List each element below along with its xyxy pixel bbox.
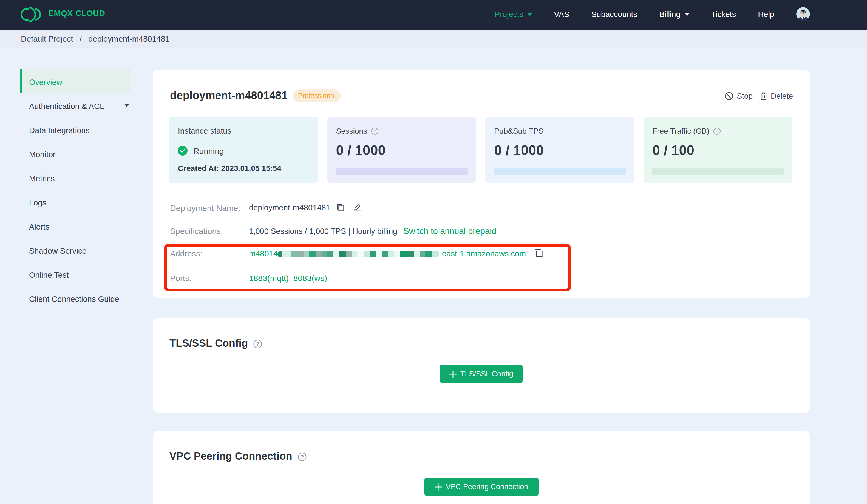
svg-text:?: ? (256, 341, 260, 347)
svg-text:?: ? (300, 453, 304, 460)
svg-text:?: ? (373, 129, 376, 134)
svg-text:?: ? (715, 129, 718, 134)
